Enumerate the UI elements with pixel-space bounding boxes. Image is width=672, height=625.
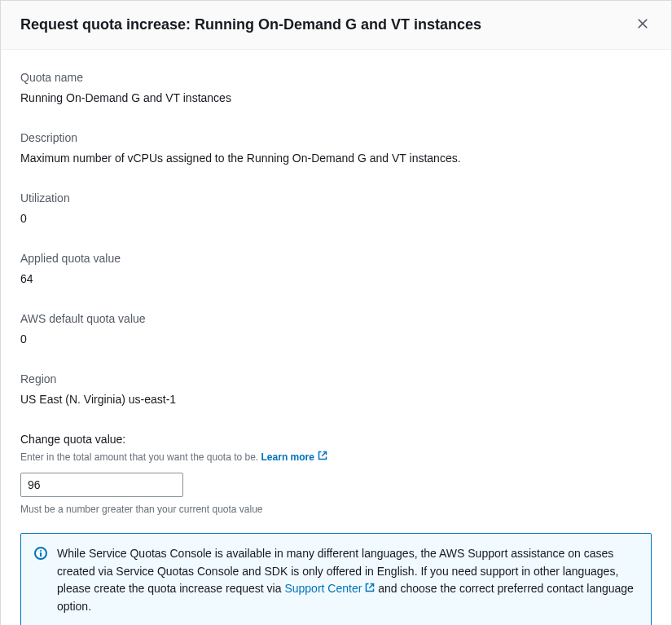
- learn-more-link[interactable]: Learn more: [261, 450, 327, 464]
- learn-more-text: Learn more: [261, 450, 314, 464]
- quota-value-input[interactable]: [20, 473, 183, 497]
- description-label: Description: [20, 130, 652, 147]
- region-field: Region US East (N. Virginia) us-east-1: [20, 371, 652, 408]
- support-center-link[interactable]: Support Center: [284, 580, 375, 598]
- description-field: Description Maximum number of vCPUs assi…: [20, 130, 652, 167]
- close-icon: [637, 18, 648, 33]
- applied-quota-value: 64: [20, 271, 652, 288]
- change-quota-hint: Enter in the total amount that you want …: [20, 450, 652, 464]
- quota-name-label: Quota name: [20, 69, 652, 86]
- info-icon: [34, 547, 47, 560]
- region-label: Region: [20, 371, 652, 388]
- default-quota-value: 0: [20, 331, 652, 348]
- default-quota-field: AWS default quota value 0: [20, 310, 652, 348]
- modal-title: Request quota increase: Running On-Deman…: [20, 14, 481, 36]
- external-link-icon: [318, 450, 327, 464]
- utilization-field: Utilization 0: [20, 190, 652, 227]
- close-button[interactable]: [634, 15, 652, 36]
- svg-point-3: [40, 550, 42, 552]
- quota-request-modal: Request quota increase: Running On-Deman…: [0, 0, 672, 625]
- utilization-label: Utilization: [20, 190, 652, 207]
- external-link-icon: [365, 580, 375, 598]
- quota-name-field: Quota name Running On-Demand G and VT in…: [20, 69, 652, 107]
- quota-name-value: Running On-Demand G and VT instances: [20, 90, 652, 107]
- utilization-value: 0: [20, 210, 652, 227]
- modal-header: Request quota increase: Running On-Deman…: [1, 1, 671, 50]
- info-text: While Service Quotas Console is availabl…: [57, 545, 638, 616]
- change-quota-section: Change quota value: Enter in the total a…: [20, 431, 652, 517]
- applied-quota-field: Applied quota value 64: [20, 250, 652, 288]
- info-alert: While Service Quotas Console is availabl…: [20, 533, 652, 625]
- region-value: US East (N. Virginia) us-east-1: [20, 391, 652, 408]
- applied-quota-label: Applied quota value: [20, 250, 652, 267]
- change-hint-text: Enter in the total amount that you want …: [20, 451, 261, 463]
- support-link-text: Support Center: [284, 580, 362, 598]
- change-quota-label: Change quota value:: [20, 431, 652, 448]
- svg-rect-4: [40, 552, 42, 557]
- description-value: Maximum number of vCPUs assigned to the …: [20, 150, 652, 167]
- default-quota-label: AWS default quota value: [20, 310, 652, 328]
- quota-input-hint: Must be a number greater than your curre…: [20, 502, 652, 517]
- modal-body: Quota name Running On-Demand G and VT in…: [1, 50, 671, 625]
